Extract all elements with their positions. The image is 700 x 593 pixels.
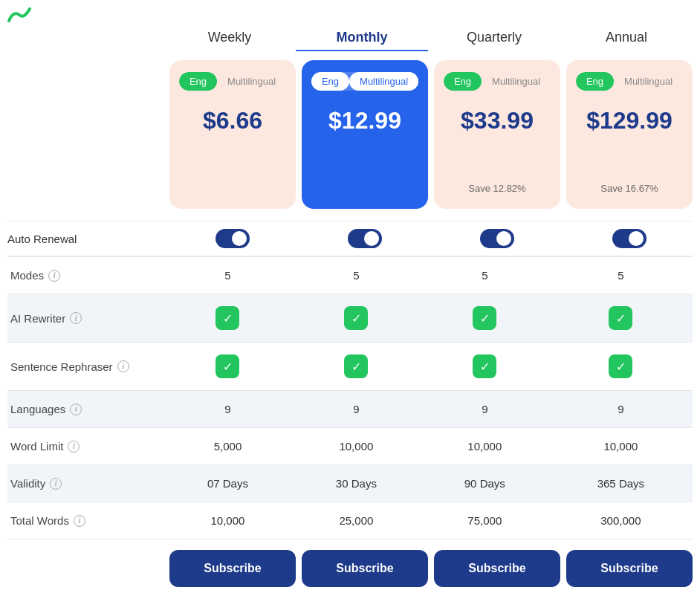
feature-value-0: 9: [163, 391, 292, 428]
feature-row-modes: Modesi5555: [7, 256, 693, 294]
feature-label: Sentence Rephraseri: [10, 360, 158, 373]
feature-value-1: 25,000: [292, 502, 421, 539]
weekly-multi-btn[interactable]: Multilingual: [217, 72, 286, 91]
feature-value-1: 5: [292, 256, 421, 294]
feature-label: Languagesi: [10, 403, 158, 415]
feature-row-languages: Languagesi9999: [7, 391, 693, 428]
monthly-card: Eng Multilingual $12.99: [302, 60, 428, 209]
feature-value-2: 90 Days: [421, 465, 549, 502]
monthly-lang-toggle[interactable]: Eng Multilingual: [311, 72, 418, 91]
feature-value-3: ✓: [549, 343, 693, 391]
info-icon: i: [70, 312, 82, 324]
feature-value-3: ✓: [549, 294, 693, 343]
subscribe-row: Subscribe Subscribe Subscribe Subscribe: [7, 539, 693, 593]
quarterly-lang-toggle[interactable]: Eng Multilingual: [444, 72, 551, 91]
quarterly-subscribe-btn[interactable]: Subscribe: [434, 550, 560, 587]
weekly-toggle-knob: [232, 231, 247, 246]
weekly-subscribe-btn[interactable]: Subscribe: [169, 550, 296, 587]
feature-value-0: 10,000: [163, 502, 292, 539]
monthly-header: Monthly: [296, 25, 428, 51]
info-icon: i: [117, 360, 129, 372]
check-badge: ✓: [344, 306, 368, 330]
feature-value-2: 9: [421, 391, 549, 428]
annual-header: Annual: [560, 25, 693, 51]
feature-row-ai-rewriter: AI Rewriteri✓✓✓✓: [7, 294, 693, 343]
feature-row-word-limit: Word Limiti5,00010,00010,00010,000: [7, 428, 693, 465]
feature-value-2: 10,000: [421, 428, 549, 465]
annual-card: Eng Multilingual $129.99 Save 16.67%: [566, 60, 693, 209]
annual-price: $129.99: [586, 107, 673, 135]
check-badge: ✓: [473, 306, 496, 330]
feature-label: Word Limiti: [10, 440, 158, 453]
annual-multi-btn[interactable]: Multilingual: [614, 72, 683, 91]
check-badge: ✓: [609, 354, 632, 378]
feature-value-1: 10,000: [292, 428, 421, 465]
weekly-toggle-cell[interactable]: [169, 229, 296, 248]
annual-toggle-cell[interactable]: [566, 229, 693, 248]
feature-value-1: ✓: [292, 294, 421, 343]
monthly-multi-btn[interactable]: Multilingual: [349, 72, 418, 91]
feature-value-1: 9: [292, 391, 421, 428]
weekly-eng-btn[interactable]: Eng: [179, 72, 217, 91]
weekly-header: Weekly: [163, 25, 296, 51]
feature-value-0: ✓: [163, 343, 292, 391]
quarterly-save: Save 12.82%: [468, 183, 525, 194]
info-icon: i: [48, 270, 60, 282]
feature-value-0: 5: [163, 256, 292, 294]
feature-value-2: 5: [421, 256, 549, 294]
monthly-price: $12.99: [328, 107, 401, 135]
feature-value-1: 30 Days: [292, 465, 421, 502]
monthly-eng-btn[interactable]: Eng: [311, 72, 349, 91]
check-badge: ✓: [473, 354, 496, 378]
weekly-price: $6.66: [203, 107, 262, 135]
weekly-lang-toggle[interactable]: Eng Multilingual: [179, 72, 286, 91]
features-table: Modesi5555AI Rewriteri✓✓✓✓Sentence Rephr…: [7, 256, 693, 539]
monthly-toggle-knob: [364, 231, 379, 246]
feature-label: Total Wordsi: [10, 514, 158, 527]
check-badge: ✓: [344, 354, 368, 378]
quarterly-toggle[interactable]: [480, 229, 514, 248]
annual-subscribe-btn[interactable]: Subscribe: [566, 550, 693, 587]
feature-value-2: ✓: [421, 294, 549, 343]
feature-value-3: 365 Days: [549, 465, 693, 502]
feature-label: Modesi: [10, 269, 158, 282]
quarterly-card: Eng Multilingual $33.99 Save 12.82%: [434, 60, 560, 209]
feature-value-3: 5: [549, 256, 693, 294]
quarterly-toggle-cell[interactable]: [434, 229, 560, 248]
check-badge: ✓: [215, 306, 239, 330]
feature-value-0: 5,000: [163, 428, 292, 465]
quarterly-header: Quarterly: [428, 25, 560, 51]
quarterly-toggle-knob: [496, 231, 511, 246]
pricing-cards: Eng Multilingual $6.66 Eng Multilingual …: [7, 60, 693, 209]
feature-value-3: 10,000: [549, 428, 693, 465]
auto-renewal-row: Auto Renewal: [7, 221, 693, 256]
feature-value-2: ✓: [421, 343, 549, 391]
feature-row-validity: Validityi07 Days30 Days90 Days365 Days: [7, 465, 693, 502]
quarterly-eng-btn[interactable]: Eng: [444, 72, 482, 91]
plan-headers: Weekly Monthly Quarterly Annual: [7, 25, 693, 51]
check-badge: ✓: [609, 306, 632, 330]
annual-toggle[interactable]: [612, 229, 646, 248]
monthly-toggle[interactable]: [348, 229, 382, 248]
info-icon: i: [70, 404, 82, 415]
feature-value-3: 300,000: [549, 502, 693, 539]
info-icon: i: [68, 441, 80, 453]
monthly-toggle-cell[interactable]: [302, 229, 428, 248]
feature-label: Validityi: [10, 477, 158, 490]
weekly-card: Eng Multilingual $6.66: [169, 60, 296, 209]
feature-value-3: 9: [549, 391, 693, 428]
weekly-toggle[interactable]: [215, 229, 250, 248]
feature-row-total-words: Total Wordsi10,00025,00075,000300,000: [7, 502, 693, 539]
feature-row-sentence-rephraser: Sentence Rephraseri✓✓✓✓: [7, 343, 693, 391]
info-icon: i: [74, 515, 85, 527]
quarterly-multi-btn[interactable]: Multilingual: [482, 72, 551, 91]
feature-value-0: ✓: [163, 294, 292, 343]
feature-value-1: ✓: [292, 343, 421, 391]
auto-renewal-label: Auto Renewal: [7, 233, 163, 245]
annual-lang-toggle[interactable]: Eng Multilingual: [576, 72, 683, 91]
monthly-subscribe-btn[interactable]: Subscribe: [302, 550, 428, 587]
feature-label: AI Rewriteri: [10, 312, 158, 325]
annual-eng-btn[interactable]: Eng: [576, 72, 614, 91]
feature-value-0: 07 Days: [163, 465, 292, 502]
info-icon: i: [50, 478, 62, 490]
